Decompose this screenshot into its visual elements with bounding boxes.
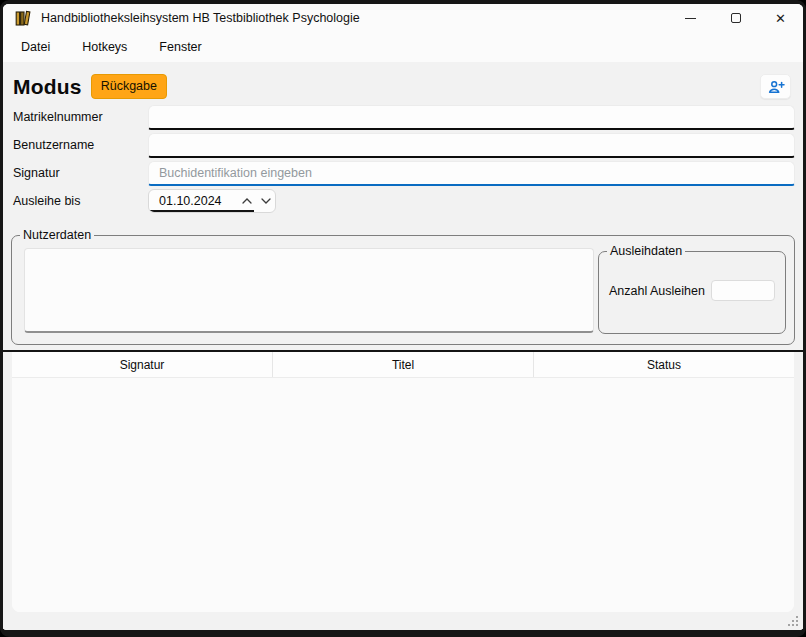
form-row-ausleihe-bis: Ausleihe bis 01.10.2024 <box>3 187 803 215</box>
spinner-underline <box>150 210 254 212</box>
form-row-signatur: Signatur <box>3 159 803 187</box>
content-area: Modus Rückgabe Matrikelnummer Benut <box>3 62 803 630</box>
spinner-up-button[interactable] <box>237 190 256 212</box>
nutzerdaten-textarea[interactable] <box>24 248 594 333</box>
chevron-up-icon <box>242 198 252 204</box>
signatur-label: Signatur <box>13 166 148 180</box>
ausleihdaten-groupbox: Ausleihdaten Anzahl Ausleihen <box>598 244 786 334</box>
table-body-empty <box>12 378 794 612</box>
mode-badge: Rückgabe <box>91 74 167 99</box>
signatur-input[interactable] <box>148 161 795 186</box>
column-header-signatur[interactable]: Signatur <box>12 352 272 377</box>
matrikelnummer-input[interactable] <box>148 105 795 130</box>
close-icon: ✕ <box>775 12 786 25</box>
benutzername-input[interactable] <box>148 133 795 158</box>
status-strip <box>3 612 803 630</box>
resize-grip-icon[interactable] <box>787 615 799 627</box>
close-button[interactable]: ✕ <box>758 4 803 32</box>
menubar: Datei Hotkeys Fenster <box>3 32 803 62</box>
add-user-button[interactable] <box>760 74 791 99</box>
nutzerdaten-groupbox: Nutzerdaten Ausleihdaten Anzahl Ausleihe… <box>11 228 795 345</box>
column-header-titel[interactable]: Titel <box>272 352 533 377</box>
books-icon <box>15 10 32 27</box>
ausleihe-bis-value: 01.10.2024 <box>149 194 237 208</box>
anzahl-ausleihen-input[interactable] <box>711 280 775 301</box>
minimize-icon <box>685 18 696 19</box>
mode-row: Modus Rückgabe <box>3 62 803 103</box>
maximize-icon <box>731 13 741 23</box>
window-title: Handbibliotheksleihsystem HB Testbibliot… <box>41 11 668 25</box>
benutzername-label: Benutzername <box>13 138 148 152</box>
results-table-section: Signatur Titel Status <box>3 350 803 612</box>
anzahl-row: Anzahl Ausleihen <box>609 280 775 301</box>
form-row-matrikelnummer: Matrikelnummer <box>3 103 803 131</box>
menu-item-hotkeys[interactable]: Hotkeys <box>70 34 139 60</box>
ausleihe-bis-label: Ausleihe bis <box>13 194 148 208</box>
table-header-row: Signatur Titel Status <box>12 352 794 378</box>
menu-item-fenster[interactable]: Fenster <box>147 34 213 60</box>
ausleihe-bis-spinner[interactable]: 01.10.2024 <box>148 189 276 213</box>
matrikelnummer-label: Matrikelnummer <box>13 110 148 124</box>
anzahl-ausleihen-label: Anzahl Ausleihen <box>609 284 711 298</box>
maximize-button[interactable] <box>713 4 758 32</box>
minimize-button[interactable] <box>668 4 713 32</box>
form-row-benutzername: Benutzername <box>3 131 803 159</box>
nutzerdaten-legend: Nutzerdaten <box>20 228 94 242</box>
spinner-down-button[interactable] <box>256 190 275 212</box>
person-add-icon <box>767 79 785 95</box>
ausleihdaten-legend: Ausleihdaten <box>607 244 685 258</box>
page-title: Modus <box>13 75 82 99</box>
menu-item-datei[interactable]: Datei <box>9 34 62 60</box>
results-table: Signatur Titel Status <box>12 352 794 612</box>
column-header-status[interactable]: Status <box>533 352 794 377</box>
chevron-down-icon <box>261 198 271 204</box>
app-window: Handbibliotheksleihsystem HB Testbibliot… <box>0 0 806 637</box>
titlebar: Handbibliotheksleihsystem HB Testbibliot… <box>3 4 803 32</box>
